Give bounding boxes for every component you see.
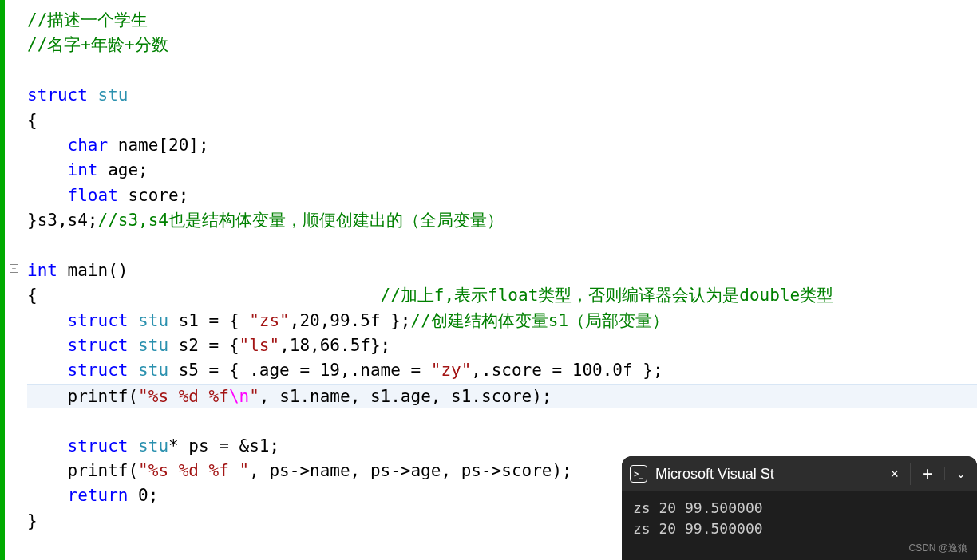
watermark: CSDN @逸狼 — [908, 542, 967, 555]
code-text: age; — [98, 160, 148, 179]
code-text: , ps->name, ps->age, ps->score); — [249, 461, 572, 480]
type-name: stu — [138, 361, 168, 380]
code-text: * ps = &s1; — [168, 436, 279, 455]
code-text: ,18,66.5f}; — [279, 336, 390, 355]
keyword-return: return — [68, 486, 129, 505]
code-text: ,.score = 100.0f }; — [471, 361, 663, 380]
current-line: printf("%s %d %f\n", s1.name, s1.age, s1… — [27, 384, 977, 408]
terminal-icon: >_ — [630, 465, 647, 483]
keyword-char: char — [68, 136, 109, 155]
type-name: stu — [138, 436, 168, 455]
code-text: , s1.name, s1.age, s1.score); — [259, 387, 552, 406]
code-text: s5 = { .age = 19,.name = — [168, 361, 431, 380]
code-comment: //名字+年龄+分数 — [27, 35, 168, 54]
code-comment: //加上f,表示float类型，否则编译器会认为是double类型 — [381, 286, 834, 305]
type-name: stu — [138, 336, 168, 355]
code-text: printf( — [68, 387, 139, 406]
string-literal: " — [249, 387, 259, 406]
tab-dropdown-icon[interactable]: ⌄ — [944, 467, 977, 480]
code-text: printf( — [68, 461, 139, 480]
fold-gutter: − − − — [0, 0, 27, 560]
output-line: zs 20 99.500000 — [633, 498, 966, 519]
keyword-struct: struct — [27, 85, 88, 105]
terminal-title: Microsoft Visual St — [655, 466, 879, 483]
code-text: s2 = { — [168, 336, 239, 355]
string-literal: "zy" — [431, 361, 472, 380]
code-text: score; — [118, 186, 189, 205]
code-text: }s3,s4; — [27, 211, 98, 230]
code-text: s1 = { — [168, 311, 249, 330]
string-literal: "ls" — [239, 336, 280, 355]
brace: { — [27, 286, 381, 305]
keyword-struct: struct — [68, 436, 129, 455]
code-text: main() — [57, 261, 129, 280]
fold-toggle-icon[interactable]: − — [10, 264, 18, 273]
keyword-int: int — [68, 160, 98, 179]
output-line: zs 20 99.500000 — [633, 519, 966, 539]
keyword-struct: struct — [68, 311, 129, 330]
string-literal: "%s %d %f " — [138, 461, 249, 480]
brace: { — [27, 111, 38, 130]
string-literal: "zs" — [249, 311, 290, 330]
close-icon[interactable]: × — [879, 466, 910, 483]
code-comment: //创建结构体变量s1（局部变量） — [410, 311, 669, 330]
terminal-output[interactable]: zs 20 99.500000 zs 20 99.500000 — [622, 491, 977, 546]
fold-toggle-icon[interactable]: − — [10, 14, 18, 22]
keyword-float: float — [68, 186, 118, 205]
keyword-int: int — [27, 261, 57, 280]
add-tab-icon[interactable]: + — [910, 463, 944, 485]
type-name: stu — [98, 85, 129, 105]
type-name: stu — [138, 311, 168, 330]
code-text: ,20,99.5f }; — [290, 311, 411, 330]
code-comment: //描述一个学生 — [27, 10, 148, 30]
brace: } — [27, 511, 38, 530]
keyword-struct: struct — [68, 361, 129, 380]
code-comment: //s3,s4也是结构体变量，顺便创建出的（全局变量） — [98, 211, 504, 230]
keyword-struct: struct — [68, 336, 129, 355]
terminal-tab[interactable]: >_ Microsoft Visual St × + ⌄ — [622, 456, 977, 491]
code-text: 0; — [128, 486, 158, 505]
fold-toggle-icon[interactable]: − — [10, 89, 18, 97]
code-text: name[20]; — [108, 136, 208, 155]
escape-sequence: \n — [229, 387, 249, 406]
string-literal: "%s %d %f — [138, 387, 229, 406]
